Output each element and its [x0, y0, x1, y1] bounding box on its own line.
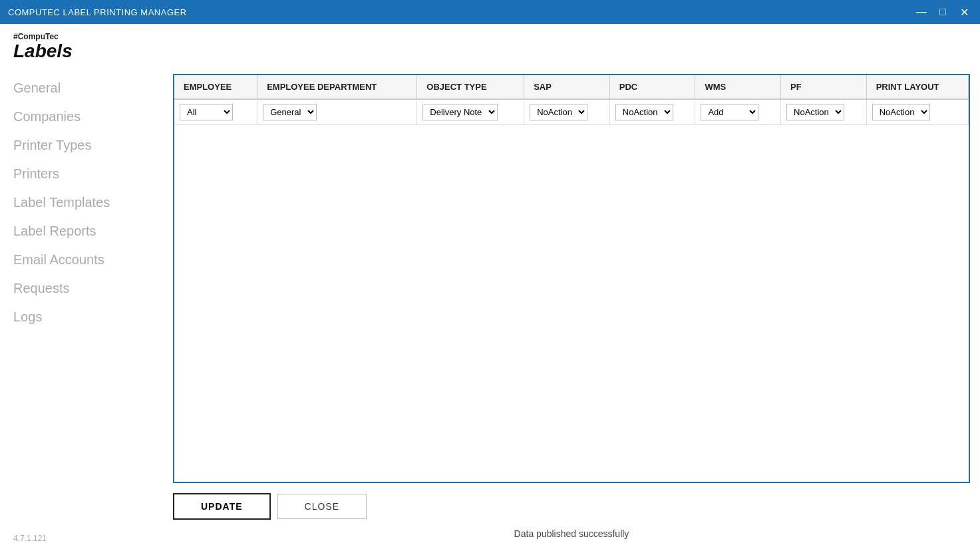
cell-sap[interactable]: NoAction Add Update Delete: [524, 99, 610, 125]
cell-employee[interactable]: All: [174, 99, 257, 125]
cell-print-layout[interactable]: NoAction Add Update Delete: [866, 99, 968, 125]
employee-select-wrapper[interactable]: All: [180, 104, 251, 120]
employee-dept-select-wrapper[interactable]: General: [263, 104, 411, 120]
cell-pf[interactable]: NoAction Add Update Delete: [781, 99, 867, 125]
window-close-button[interactable]: ✕: [956, 4, 972, 20]
wms-select-wrapper[interactable]: NoAction Add Update Delete: [701, 104, 775, 120]
col-header-sap: SAP: [524, 75, 610, 99]
object-type-select-wrapper[interactable]: Delivery Note: [422, 104, 518, 120]
print-layout-select[interactable]: NoAction Add Update Delete: [872, 104, 930, 120]
col-header-pf: PF: [781, 75, 867, 99]
sidebar-item-label-reports[interactable]: Label Reports: [0, 217, 166, 246]
col-header-print-layout: PRINT LAYOUT: [866, 75, 968, 99]
sap-select-wrapper[interactable]: NoAction Add Update Delete: [530, 104, 604, 120]
close-button[interactable]: CLOSE: [277, 494, 367, 519]
main-layout: General Companies Printer Types Printers…: [0, 67, 980, 551]
logo-hashtag: #CompuTec: [13, 32, 967, 41]
app-body: #CompuTec Labels General Companies Print…: [0, 24, 980, 551]
status-message: Data published successfully: [173, 523, 970, 544]
minimize-button[interactable]: —: [913, 4, 929, 20]
wms-select[interactable]: NoAction Add Update Delete: [701, 104, 758, 120]
sidebar-item-email-accounts[interactable]: Email Accounts: [0, 246, 166, 274]
sap-select[interactable]: NoAction Add Update Delete: [530, 104, 587, 120]
sidebar-item-requests[interactable]: Requests: [0, 274, 166, 303]
pf-select-wrapper[interactable]: NoAction Add Update Delete: [786, 104, 861, 120]
title-bar: COMPUTEC LABEL PRINTING MANAGER — □ ✕: [0, 0, 980, 24]
sidebar: General Companies Printer Types Printers…: [0, 67, 166, 551]
sidebar-item-printers[interactable]: Printers: [0, 160, 166, 188]
col-header-employee-department: EMPLOYEE DEPARTMENT: [257, 75, 417, 99]
app-title: COMPUTEC LABEL PRINTING MANAGER: [8, 7, 187, 17]
window-controls: — □ ✕: [913, 4, 972, 20]
data-table: EMPLOYEE EMPLOYEE DEPARTMENT OBJECT TYPE…: [174, 75, 969, 125]
logo-area: #CompuTec Labels: [0, 24, 980, 67]
pdc-select-wrapper[interactable]: NoAction Add Update Delete: [615, 104, 690, 120]
maximize-button[interactable]: □: [935, 4, 951, 20]
update-button[interactable]: UPDATE: [173, 493, 271, 520]
cell-pdc[interactable]: NoAction Add Update Delete: [609, 99, 695, 125]
version-label: 4.7.1.121: [13, 534, 47, 543]
col-header-pdc: PDC: [609, 75, 695, 99]
sidebar-item-printer-types[interactable]: Printer Types: [0, 131, 166, 160]
employee-department-select[interactable]: General: [263, 104, 317, 120]
col-header-wms: WMS: [695, 75, 781, 99]
cell-object-type[interactable]: Delivery Note: [417, 99, 524, 125]
table-container[interactable]: EMPLOYEE EMPLOYEE DEPARTMENT OBJECT TYPE…: [173, 74, 970, 483]
table-row: All General: [174, 99, 969, 125]
col-header-employee: EMPLOYEE: [174, 75, 257, 99]
pdc-select[interactable]: NoAction Add Update Delete: [615, 104, 673, 120]
cell-wms[interactable]: NoAction Add Update Delete: [695, 99, 781, 125]
sidebar-item-logs[interactable]: Logs: [0, 303, 166, 331]
sidebar-item-companies[interactable]: Companies: [0, 102, 166, 131]
print-layout-select-wrapper[interactable]: NoAction Add Update Delete: [872, 104, 963, 120]
sidebar-item-label-templates[interactable]: Label Templates: [0, 188, 166, 217]
cell-employee-department[interactable]: General: [257, 99, 417, 125]
table-header-row: EMPLOYEE EMPLOYEE DEPARTMENT OBJECT TYPE…: [174, 75, 969, 99]
logo-text: Labels: [13, 41, 967, 62]
employee-select[interactable]: All: [180, 104, 233, 120]
sidebar-item-general[interactable]: General: [0, 74, 166, 102]
content-area: EMPLOYEE EMPLOYEE DEPARTMENT OBJECT TYPE…: [166, 67, 980, 551]
object-type-select[interactable]: Delivery Note: [422, 104, 498, 120]
buttons-row: UPDATE CLOSE: [173, 483, 970, 523]
col-header-object-type: OBJECT TYPE: [417, 75, 524, 99]
pf-select[interactable]: NoAction Add Update Delete: [786, 104, 844, 120]
